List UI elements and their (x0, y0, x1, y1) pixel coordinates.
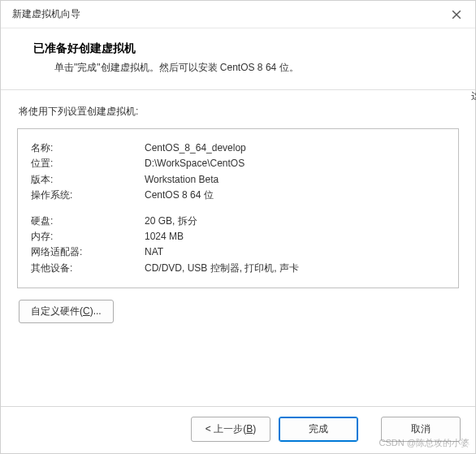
row-network: 网络适配器: NAT (31, 244, 445, 260)
window-title: 新建虚拟机向导 (12, 7, 80, 21)
value-version: Workstation Beta (145, 172, 445, 188)
back-label-post: ) (253, 423, 256, 435)
customize-access-key: C (83, 305, 90, 317)
back-button[interactable]: < 上一步(B) (191, 417, 270, 442)
customize-label-post: )... (90, 305, 102, 317)
close-button[interactable] (444, 5, 469, 24)
background-edge-text: 这 (471, 89, 476, 122)
settings-table: 名称: CentOS_8_64_develop 位置: D:\WorkSpace… (31, 141, 445, 276)
header-title: 已准备好创建虚拟机 (33, 41, 457, 56)
label-memory: 内存: (31, 229, 145, 244)
row-version: 版本: Workstation Beta (31, 172, 445, 188)
close-icon (452, 10, 461, 19)
header-subtitle: 单击"完成"创建虚拟机。然后可以安装 CentOS 8 64 位。 (33, 61, 457, 75)
row-other: 其他设备: CD/DVD, USB 控制器, 打印机, 声卡 (31, 261, 445, 276)
row-memory: 内存: 1024 MB (31, 229, 445, 244)
label-name: 名称: (31, 141, 145, 156)
value-disk: 20 GB, 拆分 (145, 214, 445, 229)
value-os: CentOS 8 64 位 (145, 188, 445, 203)
label-os: 操作系统: (31, 188, 145, 203)
back-access-key: B (246, 423, 253, 435)
wizard-content: 将使用下列设置创建虚拟机: 名称: CentOS_8_64_develop 位置… (1, 90, 475, 406)
row-os: 操作系统: CentOS 8 64 位 (31, 188, 445, 203)
finish-label: 完成 (309, 423, 328, 435)
row-name: 名称: CentOS_8_64_develop (31, 141, 445, 156)
back-label-pre: < 上一步( (206, 423, 246, 435)
wizard-header: 已准备好创建虚拟机 单击"完成"创建虚拟机。然后可以安装 CentOS 8 64… (1, 28, 475, 90)
value-network: NAT (145, 244, 445, 260)
value-location: D:\WorkSpace\CentOS (145, 156, 445, 171)
customize-row: 自定义硬件(C)... (19, 300, 459, 323)
value-name: CentOS_8_64_develop (145, 141, 445, 156)
cancel-button[interactable]: 取消 (381, 417, 461, 442)
label-other: 其他设备: (31, 261, 145, 276)
wizard-window: 新建虚拟机向导 已准备好创建虚拟机 单击"完成"创建虚拟机。然后可以安装 Cen… (0, 0, 476, 454)
wizard-footer: < 上一步(B) 完成 取消 (1, 406, 475, 453)
intro-text: 将使用下列设置创建虚拟机: (19, 105, 459, 119)
value-other: CD/DVD, USB 控制器, 打印机, 声卡 (145, 261, 445, 276)
row-disk: 硬盘: 20 GB, 拆分 (31, 214, 445, 229)
label-version: 版本: (31, 172, 145, 188)
settings-box: 名称: CentOS_8_64_develop 位置: D:\WorkSpace… (17, 128, 459, 288)
customize-hardware-button[interactable]: 自定义硬件(C)... (19, 300, 114, 323)
label-disk: 硬盘: (31, 214, 145, 229)
value-memory: 1024 MB (145, 229, 445, 244)
row-location: 位置: D:\WorkSpace\CentOS (31, 156, 445, 171)
label-network: 网络适配器: (31, 244, 145, 260)
customize-label-pre: 自定义硬件( (31, 305, 83, 317)
cancel-label: 取消 (411, 423, 431, 435)
finish-button[interactable]: 完成 (279, 417, 358, 442)
titlebar: 新建虚拟机向导 (1, 1, 475, 28)
label-location: 位置: (31, 156, 145, 171)
